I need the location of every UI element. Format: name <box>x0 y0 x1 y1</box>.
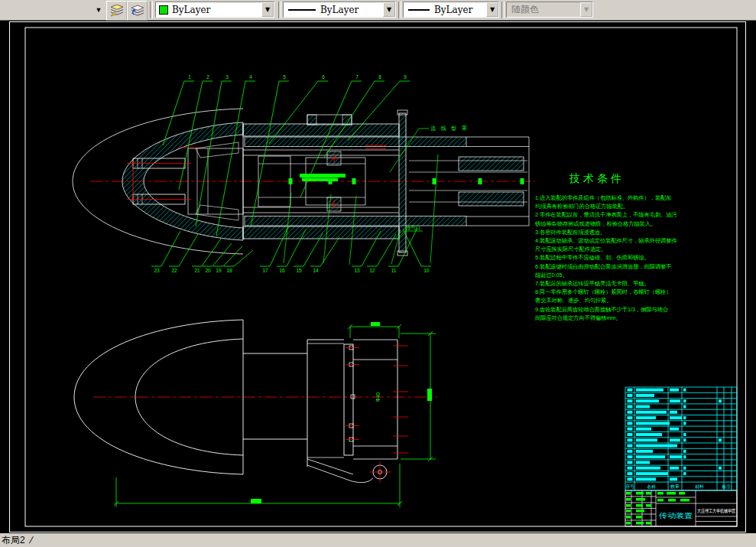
bom-cell-text <box>628 450 633 453</box>
tech-note-line: 1.进入装配的零件及组件（包括标准、外购件），装配前 <box>535 194 672 201</box>
layer-previous-button[interactable] <box>127 1 148 21</box>
title-block-cell-text <box>646 522 651 525</box>
bom-cell-text <box>628 472 633 475</box>
balloon-number: 15 <box>296 268 302 273</box>
balloon-number: 21 <box>194 268 200 273</box>
bom-cell-text <box>683 472 686 475</box>
bom-cell-text <box>683 467 686 470</box>
balloon-number: 11 <box>391 268 397 273</box>
title-block-cell-text <box>636 510 644 513</box>
lineweight-dropdown-arrow-icon[interactable]: ▼ <box>486 2 498 17</box>
balloon-number: 2 <box>206 74 209 80</box>
bom-cell-text <box>628 405 633 409</box>
layer-dropdown-arrow-icon[interactable]: ▼ <box>93 5 104 15</box>
bom-cell-text <box>670 467 679 470</box>
bom-cell-text <box>628 416 633 419</box>
bom-cell-text <box>628 422 633 425</box>
bom-cell-text <box>628 455 633 458</box>
balloon-number: 3 <box>226 74 229 80</box>
tech-note-line: 间隙应符合规定方向不得偏移mm。 <box>535 314 621 321</box>
balloon-number: 16 <box>279 268 285 273</box>
linetype-control-value: ByLayer <box>320 5 359 15</box>
tech-note-line: 尺寸应按实际尺寸配作选定。 <box>535 246 606 252</box>
title-block-cell-text <box>646 492 651 495</box>
lineweight-sample <box>408 9 430 11</box>
balloon-number: 23 <box>154 268 160 273</box>
bom-cell-text <box>636 422 670 425</box>
plotstyle-control: 随颜色 ▼ <box>506 2 593 18</box>
balloon-number: 10 <box>423 268 430 273</box>
leader-line <box>234 250 253 266</box>
toolbar-separator <box>398 2 401 18</box>
bom-cell-text <box>636 450 653 453</box>
bom-cell-text <box>670 444 677 448</box>
balloon-number: 9 <box>404 74 407 80</box>
bom-cell-text <box>636 433 662 436</box>
bom-cell-text <box>636 416 656 419</box>
lineweight-control[interactable]: ByLayer ▼ <box>403 2 499 18</box>
layout-tab[interactable]: 布局2 <box>2 534 25 547</box>
color-dropdown-arrow-icon[interactable]: ▼ <box>261 2 274 17</box>
drawing-canvas[interactable]: 技术条件 流线型罩 排气口 Φ40 传动装置 大连理工大学机械学院 1.进入装配… <box>0 21 756 533</box>
balloon-number: 20 <box>205 268 211 273</box>
bom-cell-text <box>683 416 686 419</box>
title-block-cell-text <box>636 522 644 525</box>
bom-cell-text <box>628 399 633 402</box>
color-control-value: ByLayer <box>172 5 210 15</box>
bom-cell-text <box>670 455 682 458</box>
title-block-cell-text <box>667 492 676 495</box>
model-space-canvas[interactable]: 技术条件 流线型罩 排气口 Φ40 传动装置 大连理工大学机械学院 1.进入装配… <box>0 21 756 533</box>
toolbar: ▼ ByLayer ▼ ByLayer ▼ ByLayer ▼ <box>0 0 756 21</box>
bom-header: 名称 <box>647 484 656 490</box>
bom-cell-text <box>636 444 671 448</box>
layout-tab-edge: / <box>28 535 34 545</box>
bom-cell-text <box>670 477 677 480</box>
tech-note-line: 6.装配滚键时须自由滑动配合面涂润滑油脂，间隙调整不 <box>535 263 672 270</box>
bom-cell-text <box>683 422 686 425</box>
leader-line <box>223 246 242 266</box>
title-block-cell-text <box>636 516 642 519</box>
balloon-number: 4 <box>249 74 252 80</box>
fairing-label: 流线型罩 <box>430 125 467 132</box>
title-block-cell-text <box>626 522 631 525</box>
bom-cell-text <box>636 461 650 464</box>
bom-cell-text <box>636 438 657 441</box>
tech-note-line: 2 零件在装配以前，需清洗干净表面上，不能有毛刺、油污 <box>535 211 677 218</box>
bom-cell-text <box>628 444 633 448</box>
layers-blue-arrow-icon <box>131 5 144 17</box>
plotstyle-control-value: 随颜色 <box>511 3 539 16</box>
balloon-number: 18 <box>226 268 232 273</box>
color-control[interactable]: ByLayer ▼ <box>155 2 274 18</box>
title-block-cell-text <box>636 498 645 501</box>
toolbar-separator <box>150 2 153 18</box>
linetype-dropdown-arrow-icon[interactable]: ▼ <box>383 2 395 17</box>
leader-line <box>251 81 279 226</box>
bom-cell-text <box>636 428 651 431</box>
balloon-number: 12 <box>369 268 375 273</box>
bom-cell-text <box>683 455 686 458</box>
bom-cell-text <box>628 433 633 436</box>
lineweight-control-value: ByLayer <box>434 5 472 15</box>
bom-cell-text <box>636 455 665 458</box>
leader-line <box>320 237 339 266</box>
bom-cell-text <box>719 438 722 441</box>
tech-note-line: 4.装配滚动轴承、游动或定位装配件尺寸，轴承外径调整件 <box>535 237 677 244</box>
balloon-number: 17 <box>262 268 268 273</box>
balloon-number: 5 <box>283 74 286 80</box>
bom-cell-text <box>628 467 633 470</box>
bom-cell-text <box>670 411 677 414</box>
tech-note-line: 能超过0.05。 <box>535 272 568 278</box>
bom-cell-text <box>636 399 659 402</box>
balloon-number: 1 <box>188 74 191 80</box>
linetype-control[interactable]: ByLayer ▼ <box>283 2 396 18</box>
title-block-cell-text <box>657 492 664 495</box>
tech-note-line: 需交叉对称、逐步、均匀拧紧。 <box>535 297 612 304</box>
tech-note-line: 7.装配后的轴承运转应平稳灵活无卡阻、平稳。 <box>535 280 650 287</box>
linetype-sample <box>288 9 316 11</box>
vent-label: 排气口 <box>406 225 421 231</box>
plotstyle-dropdown-arrow-icon: ▼ <box>580 2 592 17</box>
bom-cell-text <box>636 389 664 392</box>
bom-header: 序号 <box>625 484 634 489</box>
make-object-layer-current-button[interactable] <box>106 1 127 21</box>
leader-line <box>430 155 438 263</box>
